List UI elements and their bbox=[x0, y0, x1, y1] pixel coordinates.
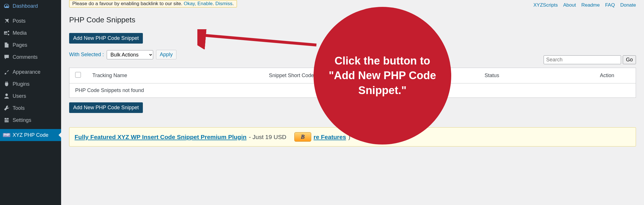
sidebar-item-media[interactable]: Media bbox=[0, 27, 61, 39]
promo-features-link[interactable]: re Features bbox=[314, 134, 346, 140]
col-tracking-name: Tracking Name bbox=[87, 68, 263, 83]
user-icon bbox=[3, 93, 10, 99]
notice-enable-link[interactable]: Okay, Enable bbox=[184, 1, 213, 6]
sidebar-item-xyz-php-code[interactable]: PHP XYZ PHP Code bbox=[0, 129, 61, 141]
annotation-callout: Click the button to "Add New PHP Code Sn… bbox=[314, 7, 451, 145]
sidebar-item-settings[interactable]: Settings bbox=[0, 114, 61, 126]
top-link-faq[interactable]: FAQ bbox=[605, 2, 615, 8]
sidebar-label: Plugins bbox=[13, 81, 30, 87]
dashboard-icon bbox=[3, 3, 10, 9]
bulk-label: With Selected : bbox=[69, 52, 104, 58]
sidebar-item-pages[interactable]: Pages bbox=[0, 39, 61, 51]
media-icon bbox=[3, 30, 10, 36]
sidebar-label: Dashboard bbox=[13, 3, 38, 9]
col-status: Status bbox=[479, 68, 578, 83]
sidebar-item-users[interactable]: Users bbox=[0, 90, 61, 102]
sidebar-label: Posts bbox=[13, 18, 26, 24]
settings-icon bbox=[3, 117, 10, 123]
top-link-readme[interactable]: Readme bbox=[581, 2, 600, 8]
sidebar-label: Tools bbox=[13, 105, 25, 111]
top-link-xyzscripts[interactable]: XYZScripts bbox=[533, 2, 558, 8]
sidebar-label: Pages bbox=[13, 42, 27, 48]
main-content: Please do a favour by enabling backlink … bbox=[61, 0, 644, 205]
promo-price: - Just 19 USD bbox=[249, 134, 286, 140]
sidebar-label: Media bbox=[13, 30, 27, 36]
page-icon bbox=[3, 42, 10, 48]
sidebar-label: Users bbox=[13, 93, 26, 99]
top-links: XYZScripts About Readme FAQ Donate bbox=[529, 2, 636, 8]
annotation-arrow bbox=[197, 29, 318, 49]
sidebar-item-appearance[interactable]: Appearance bbox=[0, 66, 61, 78]
notice-text: Please do a favour by enabling backlink … bbox=[72, 1, 184, 6]
select-all-checkbox[interactable] bbox=[75, 72, 81, 78]
sidebar-label: Comments bbox=[13, 54, 38, 60]
sidebar-item-comments[interactable]: Comments bbox=[0, 51, 61, 63]
top-link-about[interactable]: About bbox=[563, 2, 576, 8]
sidebar-label: Appearance bbox=[13, 69, 40, 75]
search-go-button[interactable]: Go bbox=[623, 55, 636, 64]
top-link-donate[interactable]: Donate bbox=[620, 2, 636, 8]
sidebar-item-posts[interactable]: Posts bbox=[0, 15, 61, 27]
pin-icon bbox=[3, 18, 10, 24]
sidebar-item-dashboard[interactable]: Dashboard bbox=[0, 0, 61, 12]
promo-premium-link[interactable]: Fully Featured XYZ WP Insert Code Snippe… bbox=[75, 134, 246, 140]
wrench-icon bbox=[3, 105, 10, 111]
comment-icon bbox=[3, 54, 10, 60]
col-action: Action bbox=[579, 68, 636, 83]
admin-sidebar: Dashboard Posts Media Pages Comments bbox=[0, 0, 61, 205]
add-new-snippet-button-bottom[interactable]: Add New PHP Code Snippet bbox=[69, 102, 143, 113]
callout-text: Click the button to "Add New PHP Code Sn… bbox=[325, 54, 440, 98]
php-icon: PHP bbox=[3, 132, 10, 138]
brush-icon bbox=[3, 69, 10, 75]
bulk-action-select[interactable]: Bulk Actions bbox=[107, 50, 153, 59]
add-new-snippet-button[interactable]: Add New PHP Code Snippet bbox=[69, 33, 143, 44]
notice-dismiss-link[interactable]: Dismiss bbox=[215, 1, 233, 6]
svg-line-0 bbox=[200, 35, 316, 45]
sidebar-item-plugins[interactable]: Plugins bbox=[0, 78, 61, 90]
sidebar-item-tools[interactable]: Tools bbox=[0, 102, 61, 114]
search-input[interactable] bbox=[544, 55, 621, 64]
col-checkbox bbox=[69, 68, 87, 83]
buy-button[interactable]: B bbox=[294, 132, 311, 142]
plugin-icon bbox=[3, 81, 10, 87]
bulk-apply-button[interactable]: Apply bbox=[156, 50, 176, 59]
sidebar-label: XYZ PHP Code bbox=[13, 132, 48, 138]
backlink-notice: Please do a favour by enabling backlink … bbox=[69, 0, 237, 7]
sidebar-label: Settings bbox=[13, 117, 31, 123]
